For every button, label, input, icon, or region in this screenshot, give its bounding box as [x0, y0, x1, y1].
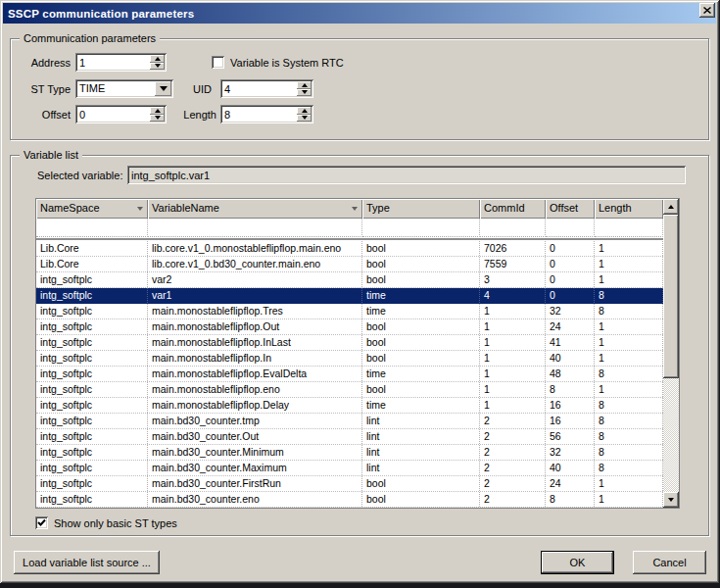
table-row[interactable]: Lib.Corelib.core.v1_0.monostableflipflop…: [36, 241, 663, 257]
vertical-scrollbar[interactable]: [663, 199, 679, 508]
offset-label: Offset: [8, 109, 71, 121]
table-cell: main.monostableflipflop.EvalDelta: [148, 367, 362, 381]
table-cell: 32: [546, 445, 595, 460]
table-cell: 1: [480, 335, 546, 350]
column-header-variablename[interactable]: VariableName: [148, 199, 362, 219]
table-cell: main.bd30_counter.Out: [148, 429, 362, 444]
cancel-button[interactable]: Cancel: [633, 551, 706, 574]
table-row[interactable]: intg_softplcmain.monostableflipflop.Outb…: [36, 319, 663, 335]
table-filter-row: [36, 219, 663, 237]
table-cell: bool: [362, 335, 480, 350]
window-title: SSCP communication parameters: [3, 8, 194, 20]
table-cell: bool: [362, 476, 480, 491]
spin-up-icon: [302, 83, 308, 87]
screen: SSCP communication parameters Communicat…: [0, 0, 720, 588]
table-cell: 0: [546, 257, 595, 271]
table-cell: lib.core.v1_0.bd30_counter.main.eno: [148, 257, 362, 271]
column-header-type[interactable]: Type: [362, 199, 480, 219]
show-basic-checkbox[interactable]: [35, 516, 48, 529]
show-basic-checkbox-label: Show only basic ST types: [54, 517, 177, 529]
table-row[interactable]: intg_softplcmain.bd30_counter.Minimumlin…: [36, 445, 663, 461]
column-header-length[interactable]: Length: [595, 199, 663, 219]
spin-up-button[interactable]: [150, 55, 165, 63]
column-header-label: NameSpace: [40, 202, 100, 214]
table-cell: lib.core.v1_0.monostableflipflop.main.en…: [148, 241, 362, 256]
column-header-namespace[interactable]: NameSpace: [36, 199, 148, 219]
uid-input[interactable]: [224, 82, 295, 95]
table-cell: intg_softplc: [36, 304, 148, 318]
table-cell: intg_softplc: [36, 414, 148, 428]
uid-label: UID: [157, 83, 212, 95]
address-input[interactable]: [79, 56, 148, 69]
close-button[interactable]: [699, 3, 715, 18]
column-header-commid[interactable]: CommId: [480, 199, 546, 219]
filter-dropdown-icon[interactable]: [352, 207, 358, 211]
spin-down-button[interactable]: [297, 89, 312, 97]
table-cell: var1: [148, 288, 362, 303]
table-cell: intg_softplc: [36, 367, 148, 381]
table-cell: 8: [595, 429, 663, 444]
table-row[interactable]: intg_softplcmain.monostableflipflop.Tres…: [36, 304, 663, 319]
address-field: [75, 53, 167, 72]
table-cell: 8: [595, 398, 663, 413]
spin-up-button[interactable]: [297, 81, 312, 89]
column-header-offset[interactable]: Offset: [546, 199, 595, 219]
spin-up-icon: [302, 109, 308, 113]
uid-field: [220, 79, 313, 98]
table-cell: intg_softplc: [36, 476, 148, 491]
table-cell: main.bd30_counter.eno: [148, 492, 362, 507]
filter-cell: [480, 219, 546, 237]
table-row[interactable]: intg_softplcvar1time408: [36, 288, 663, 304]
table-row[interactable]: intg_softplcmain.monostableflipflop.InLa…: [36, 335, 663, 351]
table-row[interactable]: intg_softplcmain.bd30_counter.Maximumlin…: [36, 461, 663, 476]
address-label: Address: [8, 57, 71, 69]
filter-cell: [148, 219, 362, 237]
dialog-sscp-communication-parameters: SSCP communication parameters Communicat…: [0, 0, 719, 583]
ok-button[interactable]: OK: [541, 551, 614, 574]
rtc-checkbox-label: Variable is System RTC: [230, 57, 344, 69]
group-communication-parameters-label: Communication parameters: [20, 32, 160, 45]
spin-up-icon: [155, 57, 161, 61]
scroll-down-button[interactable]: [663, 492, 679, 508]
filter-cell: [362, 219, 480, 237]
table-cell: 2: [480, 492, 546, 507]
table-row[interactable]: intg_softplcmain.bd30_counter.tmplint216…: [36, 414, 663, 429]
table-cell: 1: [480, 398, 546, 413]
rtc-checkbox[interactable]: [212, 56, 224, 69]
length-input[interactable]: [224, 108, 295, 121]
table-row[interactable]: intg_softplcmain.monostableflipflop.Dela…: [36, 398, 663, 414]
spin-up-button[interactable]: [297, 107, 312, 115]
table-cell: 40: [546, 351, 595, 366]
selected-variable-input[interactable]: [131, 169, 682, 181]
table-row[interactable]: intg_softplcmain.bd30_counter.enobool281: [36, 492, 663, 508]
selected-variable-field: [127, 166, 686, 184]
spin-down-icon: [155, 64, 161, 68]
table-row[interactable]: Lib.Corelib.core.v1_0.bd30_counter.main.…: [36, 257, 663, 272]
table-cell: 2: [480, 461, 546, 475]
table-cell: main.bd30_counter.Maximum: [148, 461, 362, 475]
table-cell: 2: [480, 445, 546, 460]
spin-down-icon: [302, 90, 308, 94]
table-cell: time: [362, 304, 480, 318]
spin-down-button[interactable]: [297, 115, 312, 122]
table-cell: 8: [546, 382, 595, 397]
scroll-up-button[interactable]: [663, 199, 679, 215]
table-row[interactable]: intg_softplcmain.monostableflipflop.enob…: [36, 382, 663, 398]
load-variable-list-source-button[interactable]: Load variable list source ...: [14, 551, 160, 574]
table-cell: 1: [595, 272, 663, 287]
offset-input[interactable]: [79, 108, 148, 121]
column-header-label: Type: [366, 202, 390, 214]
table-row[interactable]: intg_softplcmain.bd30_counter.Outlint256…: [36, 429, 663, 445]
table-cell: 16: [546, 398, 595, 413]
scrollbar-thumb[interactable]: [663, 215, 679, 378]
table-row[interactable]: intg_softplcvar2bool301: [36, 272, 663, 288]
table-row[interactable]: intg_softplcmain.monostableflipflop.Inbo…: [36, 351, 663, 367]
table-cell: 1: [480, 382, 546, 397]
spin-down-button[interactable]: [150, 63, 165, 71]
table-row[interactable]: intg_softplcmain.monostableflipflop.Eval…: [36, 367, 663, 382]
table-cell: 1: [595, 476, 663, 491]
filter-dropdown-icon[interactable]: [137, 207, 143, 211]
table-cell: 1: [595, 257, 663, 271]
table-body: Lib.Corelib.core.v1_0.monostableflipflop…: [36, 241, 663, 508]
table-row[interactable]: intg_softplcmain.bd30_counter.FirstRunbo…: [36, 476, 663, 492]
